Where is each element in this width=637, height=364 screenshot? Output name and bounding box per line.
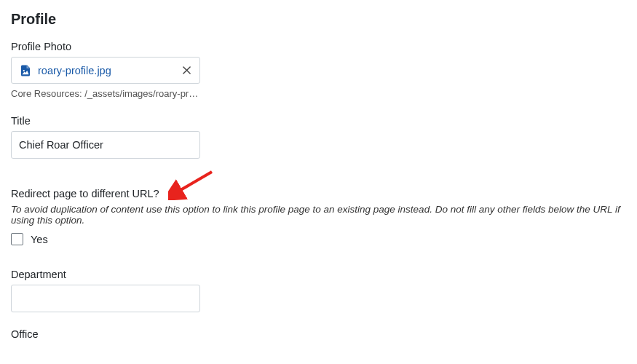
profile-photo-chip[interactable]: roary-profile.jpg (11, 57, 200, 84)
title-field: Title (11, 115, 626, 159)
office-field: Office (11, 328, 626, 340)
department-input[interactable] (11, 285, 200, 312)
title-label: Title (11, 115, 626, 127)
redirect-help-text: To avoid duplication of content use this… (11, 204, 626, 226)
department-field: Department (11, 269, 626, 312)
department-label: Department (11, 269, 626, 280)
title-input[interactable] (11, 131, 200, 159)
redirect-yes-label: Yes (31, 234, 48, 245)
profile-photo-filename: roary-profile.jpg (38, 65, 111, 76)
redirect-yes-checkbox[interactable] (11, 233, 23, 245)
profile-heading: Profile (11, 11, 626, 28)
remove-photo-button[interactable] (181, 65, 192, 76)
redirect-label: Redirect page to different URL? (11, 188, 626, 199)
redirect-field: Redirect page to different URL? To avoid… (11, 188, 626, 245)
svg-point-0 (23, 69, 25, 71)
office-label: Office (11, 328, 626, 340)
image-file-icon (19, 64, 32, 77)
profile-photo-field: Profile Photo roary-profile.jpg Core Res… (11, 41, 626, 99)
profile-photo-path: Core Resources: /_assets/images/roary-pr… (11, 88, 200, 99)
close-icon (183, 66, 191, 74)
profile-photo-label: Profile Photo (11, 41, 626, 52)
